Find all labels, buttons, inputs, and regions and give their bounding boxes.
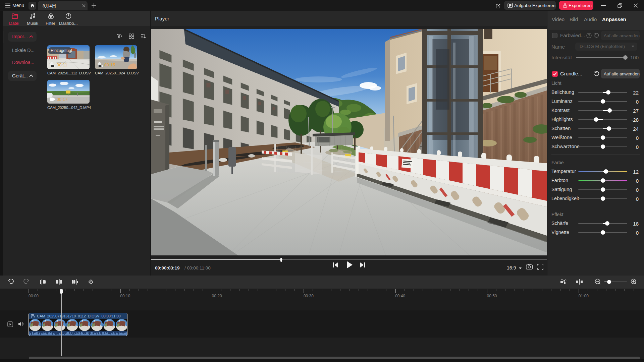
svg-text:?: ? [588, 34, 590, 38]
